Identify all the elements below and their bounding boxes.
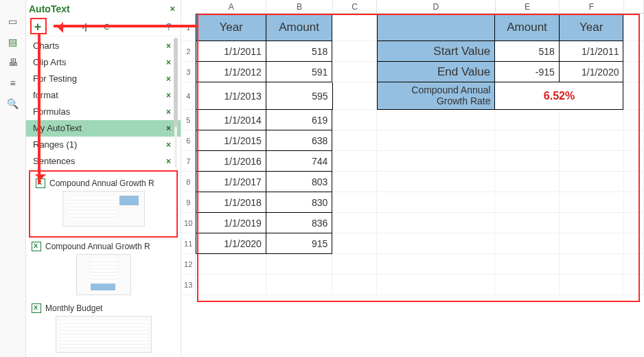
category-delete-icon[interactable]: × <box>166 157 171 166</box>
cell[interactable] <box>377 192 495 213</box>
summary-value[interactable]: 1/1/2020 <box>560 62 624 82</box>
category-item[interactable]: Formulas× <box>26 104 181 120</box>
row-number[interactable]: 10 <box>181 213 196 233</box>
cell[interactable] <box>196 275 266 295</box>
header-cell[interactable] <box>377 14 495 41</box>
cell[interactable]: 803 <box>266 172 333 192</box>
spreadsheet[interactable]: A B C D E F 1YearAmountAmountYear21/1/20… <box>181 0 644 357</box>
list-icon[interactable]: ≡ <box>5 77 21 89</box>
category-item[interactable]: Clip Arts× <box>26 54 181 71</box>
cell[interactable] <box>495 151 560 172</box>
summary-label[interactable]: End Value <box>377 62 495 82</box>
autotext-entry[interactable]: Compound Annual Growth R <box>32 238 175 299</box>
cell[interactable] <box>495 192 560 213</box>
cell[interactable] <box>560 172 624 192</box>
col-header[interactable]: E <box>496 0 560 13</box>
summary-label[interactable]: Compound AnnualGrowth Rate <box>377 82 495 110</box>
cell[interactable] <box>560 254 624 275</box>
cell[interactable]: 1/1/2020 <box>196 233 266 254</box>
cell[interactable] <box>495 130 560 151</box>
cell[interactable] <box>266 254 333 275</box>
col-header[interactable]: F <box>560 0 624 13</box>
cell[interactable] <box>332 14 376 41</box>
cell[interactable]: 830 <box>266 192 333 213</box>
cell[interactable] <box>624 130 645 151</box>
cell[interactable] <box>495 275 560 295</box>
print-icon[interactable]: 🖶 <box>5 56 21 69</box>
row-number[interactable]: 7 <box>181 151 196 172</box>
category-delete-icon[interactable]: × <box>166 74 171 84</box>
cell[interactable] <box>624 172 645 192</box>
cell[interactable] <box>495 172 560 192</box>
col-header[interactable]: C <box>333 0 377 13</box>
cell[interactable] <box>332 254 377 275</box>
col-header[interactable]: B <box>266 0 332 13</box>
category-item[interactable]: Ranges (1)× <box>26 137 181 153</box>
autotext-entry[interactable]: Monthly Budget <box>32 299 175 357</box>
cell[interactable] <box>377 130 495 151</box>
row-number[interactable]: 5 <box>181 110 196 130</box>
cell[interactable]: 518 <box>266 41 333 62</box>
cell[interactable] <box>495 233 560 254</box>
cell[interactable]: 744 <box>266 151 333 172</box>
row-number[interactable]: 3 <box>181 62 196 82</box>
row-number[interactable]: 6 <box>181 130 196 151</box>
cell[interactable] <box>624 192 645 213</box>
cell[interactable] <box>623 41 644 62</box>
cell[interactable] <box>623 254 644 275</box>
cell[interactable] <box>332 110 377 130</box>
cell[interactable]: 638 <box>266 130 333 151</box>
cell[interactable]: 1/1/2013 <box>196 82 266 110</box>
row-number[interactable]: 13 <box>181 275 196 295</box>
cell[interactable]: 1/1/2017 <box>196 172 266 192</box>
cell[interactable] <box>560 151 624 172</box>
header-cell[interactable]: Year <box>196 14 266 41</box>
category-item[interactable]: For Testing× <box>26 71 181 87</box>
next-icon[interactable]: ›| <box>78 21 91 33</box>
cell[interactable] <box>624 151 645 172</box>
cell[interactable] <box>623 62 644 82</box>
cell[interactable] <box>560 275 624 295</box>
category-delete-icon[interactable]: × <box>166 41 171 51</box>
category-scrollbar[interactable] <box>172 38 179 168</box>
autotext-entry[interactable]: Compound Annual Growth R <box>36 177 171 231</box>
cell[interactable] <box>377 110 495 130</box>
summary-label[interactable]: Start Value <box>377 41 495 62</box>
header-cell[interactable]: Amount <box>495 14 560 41</box>
cell[interactable] <box>624 233 645 254</box>
row-number[interactable]: 11 <box>181 233 196 254</box>
cell[interactable] <box>332 275 377 295</box>
refresh-icon[interactable]: ⟳ <box>102 21 114 33</box>
category-item[interactable]: My AutoText× <box>26 120 181 137</box>
cell[interactable]: 1/1/2014 <box>196 110 266 130</box>
cell[interactable] <box>495 110 560 130</box>
cell[interactable]: 1/1/2012 <box>196 62 266 82</box>
category-delete-icon[interactable]: × <box>166 107 171 117</box>
cell[interactable] <box>377 172 495 192</box>
cell[interactable]: 1/1/2016 <box>196 151 266 172</box>
cell[interactable]: 915 <box>266 233 333 254</box>
cell[interactable] <box>266 275 333 295</box>
cell[interactable] <box>332 192 377 213</box>
add-button[interactable]: + <box>32 21 44 33</box>
recent-icon[interactable]: ▤ <box>5 36 21 48</box>
category-delete-icon[interactable]: × <box>166 140 171 150</box>
summary-value[interactable]: 1/1/2011 <box>560 41 624 62</box>
pane-tab-icon[interactable]: ▭ <box>5 15 21 27</box>
cell[interactable] <box>495 254 560 275</box>
cell[interactable] <box>623 14 644 41</box>
cell[interactable] <box>332 130 377 151</box>
cell[interactable]: 1/1/2019 <box>196 213 266 233</box>
category-item[interactable]: Charts× <box>26 38 181 54</box>
cell[interactable] <box>377 233 495 254</box>
cell[interactable] <box>332 41 376 62</box>
cell[interactable] <box>196 254 266 275</box>
cell[interactable] <box>560 192 624 213</box>
row-number[interactable]: 1 <box>181 14 196 41</box>
cell[interactable]: 1/1/2011 <box>196 41 266 62</box>
col-header[interactable]: A <box>196 0 266 13</box>
cell[interactable]: 619 <box>266 110 333 130</box>
binoculars-icon[interactable]: 🔍 <box>5 97 21 110</box>
close-icon[interactable]: × <box>170 3 175 14</box>
cell[interactable] <box>377 213 495 233</box>
